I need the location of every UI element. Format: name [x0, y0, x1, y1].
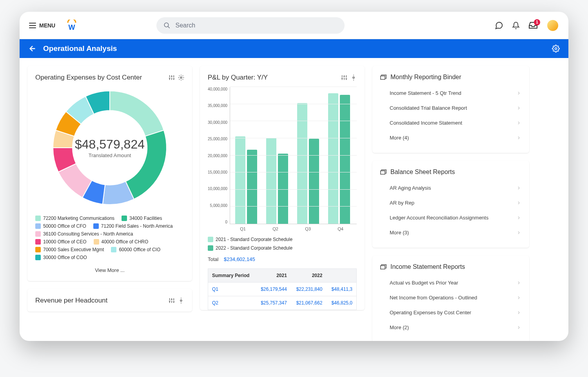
chevron-right-icon: ›	[518, 89, 520, 96]
legend-swatch	[208, 245, 213, 251]
summary-table: Summary Period20212022 Q1$26,179,544$22,…	[208, 268, 357, 310]
inbox-badge: 1	[534, 19, 540, 25]
bar[interactable]	[235, 136, 245, 224]
bar[interactable]	[297, 103, 307, 224]
chevron-right-icon: ›	[518, 119, 520, 126]
legend-label: 2022 - Standard Corporate Schedule	[216, 245, 292, 251]
sliders-icon[interactable]	[169, 297, 175, 304]
donut-value: $48,579,824	[75, 137, 145, 152]
legend-swatch	[35, 223, 41, 229]
legend-item[interactable]: 10000 Office of CEO	[35, 239, 87, 245]
report-item[interactable]: More (2)›	[380, 320, 521, 335]
donut-label: Translated Amount	[75, 152, 145, 158]
legend-label: 40000 Office of CHRO	[102, 239, 149, 245]
gear-icon[interactable]	[350, 74, 357, 81]
total-label: Total	[208, 256, 218, 262]
svg-line-2	[168, 26, 170, 28]
view-more-link[interactable]: View More ...	[35, 267, 184, 273]
legend-swatch	[94, 239, 99, 245]
chevron-right-icon: ›	[518, 199, 520, 206]
report-item[interactable]: AR by Rep›	[380, 195, 521, 210]
legend-label: 60000 Office of CIO	[119, 247, 160, 252]
avatar[interactable]	[546, 19, 559, 32]
sliders-icon[interactable]	[169, 74, 175, 81]
menu-button[interactable]: MENU	[29, 22, 55, 29]
search-placeholder: Search	[175, 22, 195, 29]
legend-label: 30000 Office of COO	[43, 255, 87, 260]
workday-logo[interactable]: W	[65, 19, 78, 32]
report-item[interactable]: More (3)›	[380, 225, 521, 240]
gear-icon[interactable]	[178, 297, 184, 304]
legend-item[interactable]: 71200 Field Sales - North America	[93, 223, 173, 229]
legend-label: 71200 Field Sales - North America	[101, 223, 173, 229]
bar[interactable]	[328, 93, 338, 224]
report-item[interactable]: Operating Expenses by Cost Center›	[380, 305, 521, 320]
legend-label: 34000 Facilities	[129, 216, 162, 221]
report-item[interactable]: AR Aging Analysis›	[380, 180, 521, 195]
legend-label: 70000 Sales Executive Mgmt	[43, 247, 104, 252]
legend-item[interactable]: 2022 - Standard Corporate Schedule	[208, 245, 357, 251]
report-label: Operating Expenses by Cost Center	[390, 310, 471, 315]
chevron-right-icon: ›	[518, 184, 520, 191]
legend-item[interactable]: 72200 Marketing Communications	[35, 216, 114, 221]
legend-swatch	[35, 247, 41, 252]
bar-group[interactable]	[266, 138, 288, 224]
chat-icon[interactable]	[495, 21, 503, 30]
bar-group[interactable]	[297, 103, 319, 224]
table-row[interactable]: Q1$26,179,544$22,231,840$48,411,3	[208, 283, 357, 296]
table-row[interactable]: Q2$25,757,347$21,067,662$46,825,0	[208, 296, 357, 310]
report-label: More (2)	[390, 324, 409, 330]
legend-swatch	[208, 237, 213, 242]
svg-rect-36	[381, 266, 385, 269]
legend-item[interactable]: 36100 Consulting Services - North Americ…	[35, 231, 133, 237]
legend-swatch	[93, 223, 99, 229]
total-value[interactable]: $234,602,145	[224, 256, 255, 262]
chevron-right-icon: ›	[518, 134, 520, 141]
sliders-icon[interactable]	[341, 74, 347, 81]
menu-label: MENU	[39, 22, 55, 29]
chevron-right-icon: ›	[518, 214, 520, 221]
stack-icon	[380, 169, 387, 175]
report-label: Consolidated Income Statement	[390, 120, 462, 126]
legend-item[interactable]: 30000 Office of COO	[35, 255, 87, 260]
report-item[interactable]: Consolidated Trial Balance Report›	[380, 100, 521, 115]
bar[interactable]	[266, 138, 276, 224]
inbox-icon[interactable]: 1	[528, 22, 538, 29]
report-item[interactable]: Consolidated Income Statement›	[380, 115, 521, 130]
bar[interactable]	[340, 95, 350, 224]
report-item[interactable]: Actual vs Budget vs Prior Year›	[380, 275, 521, 290]
legend-swatch	[122, 216, 127, 221]
page-title: Operational Analysis	[43, 44, 117, 53]
search-input[interactable]: Search	[156, 17, 345, 34]
bar-group[interactable]	[328, 93, 350, 224]
legend-label: 50000 Office of CFO	[43, 223, 86, 229]
report-item[interactable]: Net Income from Operations - Outlined›	[380, 290, 521, 305]
legend-item[interactable]: 34000 Facilities	[122, 216, 162, 221]
svg-point-23	[180, 300, 182, 301]
legend-item[interactable]: 60000 Office of CIO	[111, 247, 160, 252]
bar[interactable]	[278, 154, 288, 224]
bell-icon[interactable]	[512, 21, 520, 30]
chevron-right-icon: ›	[518, 309, 520, 316]
bar[interactable]	[309, 139, 319, 224]
bar-group[interactable]	[235, 136, 257, 224]
legend-item[interactable]: 2021 - Standard Corporate Schedule	[208, 237, 357, 242]
legend-item[interactable]: 40000 Office of CHRO	[94, 239, 149, 245]
settings-icon[interactable]	[552, 45, 560, 53]
hamburger-icon	[29, 23, 36, 28]
legend-item[interactable]: 50000 Office of CFO	[35, 223, 86, 229]
report-item[interactable]: Income Statement - 5 Qtr Trend›	[380, 85, 521, 100]
donut-chart[interactable]: $48,579,824 Translated Amount	[49, 87, 171, 208]
report-label: Consolidated Trial Balance Report	[390, 105, 467, 111]
legend-label: 10000 Office of CEO	[43, 239, 87, 245]
report-label: More (4)	[390, 135, 409, 141]
gear-icon[interactable]	[178, 74, 184, 81]
legend-item[interactable]: 70000 Sales Executive Mgmt	[35, 247, 104, 252]
section-title: Income Statement Reports	[380, 263, 521, 270]
back-arrow-icon[interactable]	[28, 44, 37, 53]
bar-chart[interactable]: 40,000,00035,000,00030,000,00025,000,000…	[208, 87, 357, 224]
report-item[interactable]: Ledger Account Reconciliation Assignment…	[380, 210, 521, 225]
bar[interactable]	[247, 150, 257, 224]
stack-icon	[380, 264, 387, 270]
report-item[interactable]: More (4)›	[380, 130, 521, 145]
